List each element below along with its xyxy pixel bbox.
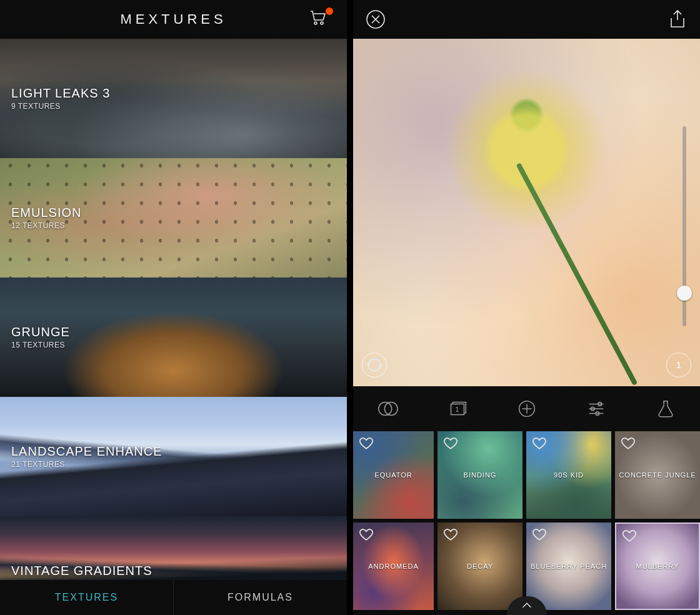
pack-item-emulsion[interactable]: EMULSION 12 TEXTURES (0, 158, 347, 278)
tool-adjust[interactable] (561, 386, 631, 431)
undo-count: 1 (676, 360, 681, 370)
favorite-button[interactable] (531, 435, 548, 451)
favorite-button[interactable] (358, 526, 374, 542)
intensity-slider-thumb[interactable] (677, 286, 692, 301)
texture-thumb-concrete-jungle[interactable]: CONCRETE JUNGLE (615, 431, 700, 519)
tab-formulas[interactable]: FORMULAS (174, 580, 347, 615)
pack-title: LANDSCAPE ENHANCE (11, 444, 347, 459)
close-icon (365, 9, 386, 30)
editor-toolbar: 1 (353, 386, 700, 431)
pack-title: EMULSION (11, 206, 347, 220)
favorite-button[interactable] (358, 435, 374, 451)
heart-icon (531, 526, 548, 542)
editor-screen: 1 1 (353, 0, 700, 615)
preview-image[interactable]: 1 (353, 39, 700, 386)
favorite-button[interactable] (442, 526, 459, 542)
bottom-tabs: TEXTURES FORMULAS (0, 580, 347, 615)
favorite-button[interactable] (620, 435, 636, 451)
pack-subtitle: 16 TEXTURES (11, 579, 347, 580)
favorite-button[interactable] (531, 526, 548, 542)
pack-subtitle: 12 TEXTURES (11, 221, 347, 230)
thumb-label: CONCRETE JUNGLE (619, 471, 696, 479)
tool-add[interactable] (492, 386, 561, 431)
pack-item-grunge[interactable]: GRUNGE 15 TEXTURES (0, 278, 347, 397)
reset-button[interactable] (362, 352, 387, 378)
texture-thumb-blueberry-peach[interactable]: BLUEBERRY PEACH (526, 522, 611, 610)
heart-icon (531, 435, 548, 451)
thumb-label: 90S KID (554, 471, 584, 479)
texture-packs-screen: MEXTURES LIGHT LEAKS 3 9 TEXTURES EMULSI… (0, 0, 347, 615)
svg-point-0 (314, 22, 317, 24)
right-header (353, 0, 700, 39)
heart-icon (358, 526, 374, 542)
heart-icon (358, 435, 374, 451)
thumb-label: DECAY (467, 562, 493, 570)
frame-count: 1 (456, 406, 459, 413)
svg-point-4 (384, 402, 398, 416)
left-header: MEXTURES (0, 0, 347, 39)
pack-title: LIGHT LEAKS 3 (11, 86, 347, 101)
heart-icon (442, 435, 459, 451)
favorite-button[interactable] (621, 528, 638, 544)
pack-list[interactable]: LIGHT LEAKS 3 9 TEXTURES EMULSION 12 TEX… (0, 39, 347, 580)
close-button[interactable] (364, 8, 387, 31)
share-button[interactable] (666, 8, 689, 31)
svg-point-1 (321, 22, 323, 24)
svg-point-3 (378, 402, 391, 416)
tool-blend[interactable] (353, 386, 422, 431)
pack-subtitle: 15 TEXTURES (11, 341, 347, 349)
texture-thumb-binding[interactable]: BINDING (438, 431, 522, 519)
thumb-label: MULBERRY (636, 562, 679, 570)
texture-thumb-andromeda[interactable]: ANDROMEDA (353, 522, 434, 610)
heart-icon (442, 526, 459, 542)
pack-item-landscape-enhance[interactable]: LANDSCAPE ENHANCE 21 TEXTURES (0, 397, 347, 516)
thumb-label: ANDROMEDA (368, 562, 419, 570)
pack-title: GRUNGE (11, 325, 347, 339)
flask-icon (654, 397, 678, 421)
app-title: MEXTURES (120, 11, 226, 28)
texture-thumb-decay[interactable]: DECAY (438, 522, 522, 610)
texture-thumb-equator[interactable]: EQUATOR (353, 431, 434, 519)
heart-icon (620, 435, 636, 451)
thumb-label: BINDING (464, 471, 497, 479)
cart-button[interactable] (308, 8, 333, 32)
pack-subtitle: 21 TEXTURES (11, 460, 347, 469)
tool-layers[interactable]: 1 (422, 386, 492, 431)
tool-formulas[interactable] (631, 386, 700, 431)
preview-content (353, 39, 700, 386)
cart-badge (326, 8, 333, 15)
pack-title: VINTAGE GRADIENTS (11, 564, 347, 578)
overlap-circles-icon (376, 397, 400, 421)
undo-button[interactable]: 1 (666, 352, 691, 378)
thumb-label: BLUEBERRY PEACH (531, 562, 607, 570)
texture-thumb-mulberry[interactable]: MULBERRY (615, 522, 700, 610)
tab-textures[interactable]: TEXTURES (0, 580, 174, 615)
texture-thumbnails[interactable]: EQUATOR BINDING 90S KID CONCRETE JUNGLE … (353, 431, 700, 615)
plus-circle-icon (515, 397, 539, 421)
pack-subtitle: 9 TEXTURES (11, 102, 347, 111)
thumb-label: EQUATOR (374, 471, 412, 479)
chevron-up-icon (520, 599, 534, 612)
share-icon (667, 9, 688, 30)
thumb-row: EQUATOR BINDING 90S KID CONCRETE JUNGLE (353, 431, 700, 519)
favorite-button[interactable] (442, 435, 459, 451)
heart-icon (621, 528, 638, 544)
sliders-icon (584, 397, 608, 421)
refresh-icon (362, 353, 386, 377)
pack-item-light-leaks-3[interactable]: LIGHT LEAKS 3 9 TEXTURES (0, 39, 347, 158)
texture-thumb-90s-kid[interactable]: 90S KID (526, 431, 611, 519)
pack-item-vintage-gradients[interactable]: VINTAGE GRADIENTS 16 TEXTURES (0, 516, 347, 580)
